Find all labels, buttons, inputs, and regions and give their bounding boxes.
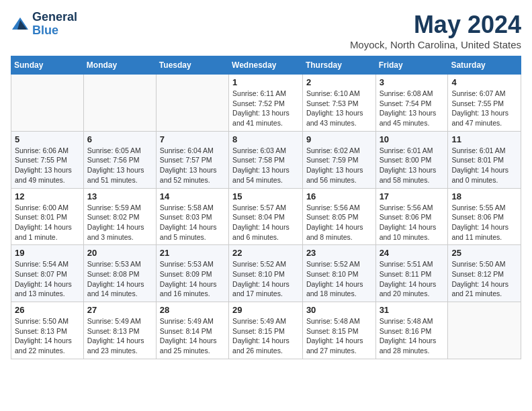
day-info: Sunrise: 5:52 AM Sunset: 8:10 PM Dayligh… (306, 259, 372, 299)
calendar-day-cell: 18Sunrise: 5:55 AM Sunset: 8:06 PM Dayli… (448, 188, 521, 245)
day-info: Sunrise: 5:57 AM Sunset: 8:04 PM Dayligh… (232, 203, 299, 242)
calendar-week-row: 26Sunrise: 5:50 AM Sunset: 8:13 PM Dayli… (11, 302, 521, 359)
weekday-header: Tuesday (156, 56, 228, 75)
calendar-day-cell: 31Sunrise: 5:48 AM Sunset: 8:16 PM Dayli… (375, 302, 448, 359)
day-info: Sunrise: 5:51 AM Sunset: 8:11 PM Dayligh… (380, 259, 445, 299)
calendar-day-cell: 15Sunrise: 5:57 AM Sunset: 8:04 PM Dayli… (229, 188, 303, 245)
calendar-day-cell: 30Sunrise: 5:48 AM Sunset: 8:15 PM Dayli… (302, 302, 375, 359)
calendar-day-cell: 16Sunrise: 5:56 AM Sunset: 8:05 PM Dayli… (302, 188, 375, 245)
calendar-day-cell: 10Sunrise: 6:01 AM Sunset: 8:00 PM Dayli… (375, 131, 448, 188)
calendar-day-cell: 9Sunrise: 6:02 AM Sunset: 7:59 PM Daylig… (302, 131, 375, 188)
logo: General Blue (11, 11, 77, 38)
calendar-day-cell: 20Sunrise: 5:53 AM Sunset: 8:08 PM Dayli… (83, 245, 156, 302)
day-info: Sunrise: 6:08 AM Sunset: 7:54 PM Dayligh… (380, 89, 445, 128)
weekday-header: Saturday (448, 56, 521, 75)
calendar-day-cell: 14Sunrise: 5:58 AM Sunset: 8:03 PM Dayli… (156, 188, 228, 245)
day-info: Sunrise: 5:55 AM Sunset: 8:06 PM Dayligh… (451, 203, 517, 242)
day-info: Sunrise: 5:53 AM Sunset: 8:08 PM Dayligh… (87, 259, 152, 299)
calendar-day-cell: 8Sunrise: 6:03 AM Sunset: 7:58 PM Daylig… (229, 131, 303, 188)
day-number: 13 (87, 191, 152, 201)
title-block: May 2024 Moyock, North Carolina, United … (350, 11, 521, 50)
calendar-day-cell: 28Sunrise: 5:49 AM Sunset: 8:14 PM Dayli… (156, 302, 228, 359)
day-info: Sunrise: 6:11 AM Sunset: 7:52 PM Dayligh… (232, 89, 299, 128)
location: Moyock, North Carolina, United States (350, 39, 521, 50)
day-info: Sunrise: 5:49 AM Sunset: 8:14 PM Dayligh… (160, 316, 225, 356)
calendar-table: SundayMondayTuesdayWednesdayThursdayFrid… (11, 56, 521, 359)
month-title: May 2024 (350, 11, 521, 39)
calendar-day-cell: 26Sunrise: 5:50 AM Sunset: 8:13 PM Dayli… (11, 302, 84, 359)
weekday-header: Sunday (11, 56, 84, 75)
calendar-body: 1Sunrise: 6:11 AM Sunset: 7:52 PM Daylig… (11, 75, 521, 359)
calendar-day-cell: 17Sunrise: 5:56 AM Sunset: 8:06 PM Dayli… (375, 188, 448, 245)
logo-line2: Blue (32, 24, 77, 38)
calendar-day-cell: 27Sunrise: 5:49 AM Sunset: 8:13 PM Dayli… (83, 302, 156, 359)
logo-text: General Blue (32, 11, 77, 38)
day-info: Sunrise: 6:01 AM Sunset: 8:00 PM Dayligh… (380, 146, 445, 185)
day-info: Sunrise: 5:48 AM Sunset: 8:16 PM Dayligh… (380, 316, 445, 356)
day-info: Sunrise: 6:10 AM Sunset: 7:53 PM Dayligh… (306, 89, 372, 128)
day-number: 16 (306, 191, 372, 201)
day-number: 11 (451, 134, 517, 144)
calendar-day-cell: 4Sunrise: 6:07 AM Sunset: 7:55 PM Daylig… (448, 75, 521, 132)
calendar-week-row: 19Sunrise: 5:54 AM Sunset: 8:07 PM Dayli… (11, 245, 521, 302)
day-number: 3 (380, 77, 445, 87)
weekday-header: Monday (83, 56, 156, 75)
calendar-day-cell: 25Sunrise: 5:50 AM Sunset: 8:12 PM Dayli… (448, 245, 521, 302)
day-info: Sunrise: 5:48 AM Sunset: 8:15 PM Dayligh… (306, 316, 372, 356)
calendar-day-cell: 29Sunrise: 5:49 AM Sunset: 8:15 PM Dayli… (229, 302, 303, 359)
calendar-day-cell: 3Sunrise: 6:08 AM Sunset: 7:54 PM Daylig… (375, 75, 448, 132)
day-number: 6 (87, 134, 152, 144)
day-number: 23 (306, 248, 372, 258)
day-info: Sunrise: 6:01 AM Sunset: 8:01 PM Dayligh… (451, 146, 517, 185)
calendar-week-row: 12Sunrise: 6:00 AM Sunset: 8:01 PM Dayli… (11, 188, 521, 245)
day-number: 24 (380, 248, 445, 258)
calendar-day-cell (11, 75, 84, 132)
day-number: 30 (306, 305, 372, 315)
page-header: General Blue May 2024 Moyock, North Caro… (11, 11, 521, 50)
calendar-day-cell (83, 75, 156, 132)
day-number: 22 (232, 248, 299, 258)
day-info: Sunrise: 6:06 AM Sunset: 7:55 PM Dayligh… (15, 146, 80, 185)
day-number: 17 (380, 191, 445, 201)
day-number: 7 (160, 134, 225, 144)
calendar-day-cell: 7Sunrise: 6:04 AM Sunset: 7:57 PM Daylig… (156, 131, 228, 188)
day-info: Sunrise: 5:50 AM Sunset: 8:12 PM Dayligh… (451, 259, 517, 299)
day-info: Sunrise: 6:05 AM Sunset: 7:56 PM Dayligh… (87, 146, 152, 185)
day-number: 10 (380, 134, 445, 144)
calendar-day-cell: 5Sunrise: 6:06 AM Sunset: 7:55 PM Daylig… (11, 131, 84, 188)
day-info: Sunrise: 5:59 AM Sunset: 8:02 PM Dayligh… (87, 203, 152, 242)
day-info: Sunrise: 5:53 AM Sunset: 8:09 PM Dayligh… (160, 259, 225, 299)
day-info: Sunrise: 6:02 AM Sunset: 7:59 PM Dayligh… (306, 146, 372, 185)
calendar-day-cell: 23Sunrise: 5:52 AM Sunset: 8:10 PM Dayli… (302, 245, 375, 302)
calendar-day-cell: 2Sunrise: 6:10 AM Sunset: 7:53 PM Daylig… (302, 75, 375, 132)
calendar-day-cell: 11Sunrise: 6:01 AM Sunset: 8:01 PM Dayli… (448, 131, 521, 188)
calendar-day-cell: 6Sunrise: 6:05 AM Sunset: 7:56 PM Daylig… (83, 131, 156, 188)
day-number: 20 (87, 248, 152, 258)
logo-icon (11, 15, 30, 34)
calendar-day-cell: 24Sunrise: 5:51 AM Sunset: 8:11 PM Dayli… (375, 245, 448, 302)
day-info: Sunrise: 5:58 AM Sunset: 8:03 PM Dayligh… (160, 203, 225, 242)
day-number: 12 (15, 191, 80, 201)
day-number: 5 (15, 134, 80, 144)
day-info: Sunrise: 5:52 AM Sunset: 8:10 PM Dayligh… (232, 259, 299, 299)
calendar-week-row: 5Sunrise: 6:06 AM Sunset: 7:55 PM Daylig… (11, 131, 521, 188)
day-number: 4 (451, 77, 517, 87)
day-info: Sunrise: 6:03 AM Sunset: 7:58 PM Dayligh… (232, 146, 299, 185)
day-number: 26 (15, 305, 80, 315)
day-info: Sunrise: 5:49 AM Sunset: 8:15 PM Dayligh… (232, 316, 299, 356)
weekday-header: Wednesday (229, 56, 303, 75)
day-number: 14 (160, 191, 225, 201)
day-info: Sunrise: 6:00 AM Sunset: 8:01 PM Dayligh… (15, 203, 80, 242)
calendar-day-cell (448, 302, 521, 359)
logo-line1: General (32, 11, 77, 24)
day-number: 29 (232, 305, 299, 315)
day-info: Sunrise: 5:50 AM Sunset: 8:13 PM Dayligh… (15, 316, 80, 356)
calendar-week-row: 1Sunrise: 6:11 AM Sunset: 7:52 PM Daylig… (11, 75, 521, 132)
day-number: 15 (232, 191, 299, 201)
calendar-day-cell (156, 75, 228, 132)
day-number: 19 (15, 248, 80, 258)
day-info: Sunrise: 5:56 AM Sunset: 8:05 PM Dayligh… (306, 203, 372, 242)
weekday-header: Friday (375, 56, 448, 75)
day-number: 27 (87, 305, 152, 315)
day-number: 8 (232, 134, 299, 144)
